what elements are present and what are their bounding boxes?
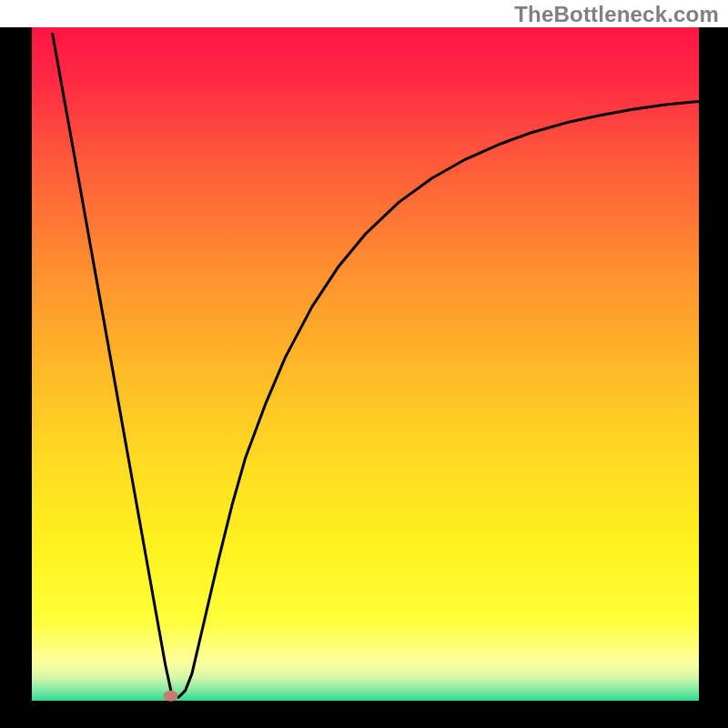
chart-container: TheBottleneck.com	[0, 0, 728, 728]
bottom-marker	[163, 691, 177, 702]
svg-rect-2	[699, 27, 728, 728]
svg-rect-0	[32, 27, 699, 701]
svg-rect-1	[0, 27, 32, 728]
svg-rect-3	[0, 701, 728, 728]
bottleneck-chart	[0, 0, 728, 728]
watermark-text: TheBottleneck.com	[514, 2, 719, 27]
